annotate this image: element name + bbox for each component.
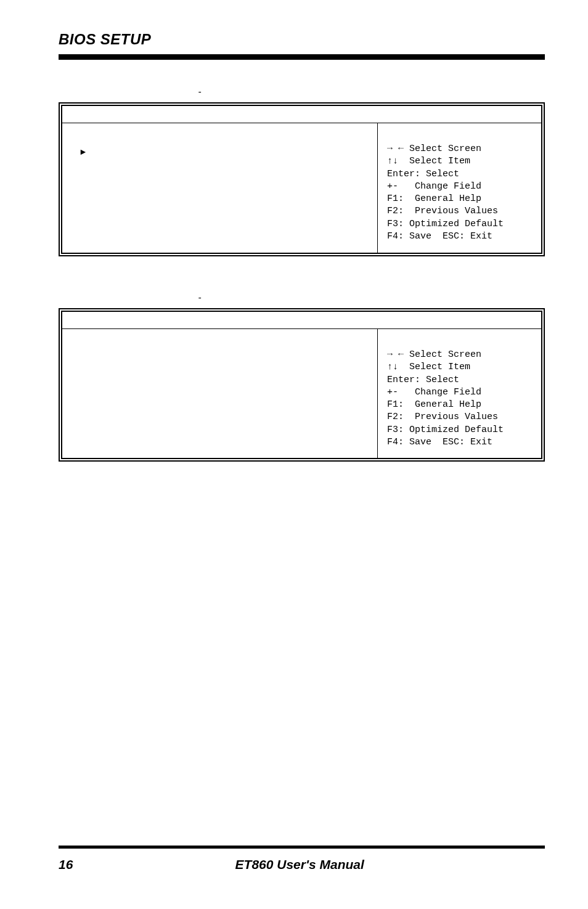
help-line: F1: General Help	[387, 193, 532, 205]
help-line: ↑↓ Select Item	[387, 155, 532, 168]
bios-left-pane: ►	[62, 123, 378, 253]
bios-left-pane	[62, 329, 378, 458]
help-line: Enter: Select	[387, 168, 532, 181]
help-line: → ← Select Screen	[387, 143, 532, 155]
help-line: +- Change Field	[387, 386, 532, 399]
page-footer: 16 ET860 User's Manual	[0, 846, 588, 872]
bios-header-row	[62, 106, 541, 123]
bios-help-pane: → ← Select Screen ↑↓ Select Item Enter: …	[378, 123, 541, 253]
page-number: 16	[59, 857, 73, 872]
hyphen: -	[197, 293, 545, 303]
help-line: +- Change Field	[387, 181, 532, 193]
help-line: F4: Save ESC: Exit	[387, 436, 532, 449]
help-line: F1: General Help	[387, 399, 532, 411]
header-rule	[59, 54, 545, 60]
help-line: F3: Optimized Default	[387, 424, 532, 436]
submenu-indicator-icon: ►	[79, 147, 368, 157]
help-line: ↑↓ Select Item	[387, 361, 532, 373]
hyphen: -	[197, 88, 545, 97]
footer-spacer	[526, 857, 545, 872]
help-line: Enter: Select	[387, 374, 532, 386]
bios-help-pane: → ← Select Screen ↑↓ Select Item Enter: …	[378, 329, 541, 458]
bios-panel-1: ► → ← Select Screen ↑↓ Select Item Enter…	[59, 102, 545, 256]
help-line: F2: Previous Values	[387, 411, 532, 423]
help-line: F3: Optimized Default	[387, 218, 532, 230]
help-line: → ← Select Screen	[387, 349, 532, 361]
manual-title: ET860 User's Manual	[73, 857, 526, 872]
bios-header-row	[62, 312, 541, 329]
page-title: BIOS SETUP	[59, 31, 545, 48]
help-line: F4: Save ESC: Exit	[387, 230, 532, 243]
bios-panel-2: → ← Select Screen ↑↓ Select Item Enter: …	[59, 308, 545, 462]
help-line: F2: Previous Values	[387, 205, 532, 218]
footer-rule	[59, 846, 545, 849]
